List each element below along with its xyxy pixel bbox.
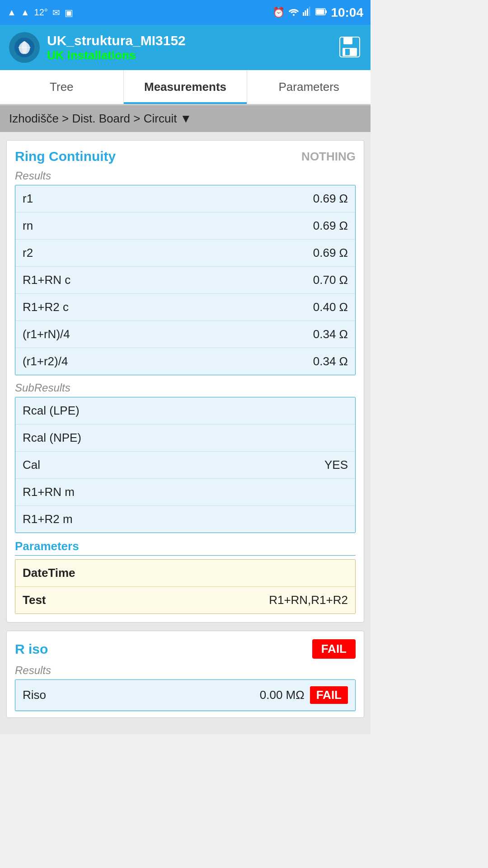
table-row[interactable]: rn 0.69 Ω [15, 212, 355, 240]
parameters-table: DateTime Test R1+RN,R1+R2 [15, 559, 356, 614]
riso-fail-badge: FAIL [310, 686, 348, 704]
row-label-r1r2m: R1+R2 m [23, 512, 73, 526]
status-bar-left: ▲ ▲ 12° ✉ ▣ [7, 7, 73, 18]
table-row[interactable]: r1 0.69 Ω [15, 185, 355, 212]
param-label-datetime: DateTime [23, 566, 75, 580]
riso-results-table: Riso 0.00 MΩ FAIL [15, 679, 356, 711]
table-row[interactable]: (r1+r2)/4 0.34 Ω [15, 348, 355, 375]
table-row[interactable]: R1+RN m [15, 479, 355, 506]
tab-measurements[interactable]: Measurements [124, 70, 248, 104]
row-value-cal: YES [324, 458, 348, 472]
tab-parameters[interactable]: Parameters [247, 70, 371, 104]
svg-rect-2 [305, 10, 306, 16]
app-title: UK_struktura_MI3152 [47, 33, 186, 48]
param-label-test: Test [23, 593, 46, 607]
app-header: UK_struktura_MI3152 UK installations [0, 25, 371, 70]
table-row[interactable]: R1+R2 m [15, 506, 355, 533]
row-label-r1rnc: R1+RN c [23, 273, 70, 287]
signal-icon [303, 7, 312, 19]
table-row[interactable]: Rcal (LPE) [15, 397, 355, 425]
param-value-test: R1+RN,R1+R2 [269, 593, 348, 607]
row-label-r2: r2 [23, 246, 33, 260]
row-value-r1: 0.69 Ω [313, 192, 348, 206]
tab-bar: Tree Measurements Parameters [0, 70, 371, 105]
svg-rect-7 [316, 9, 324, 14]
row-value-rn: 0.69 Ω [313, 219, 348, 233]
row-label-r1: r1 [23, 192, 33, 206]
row-label-r1r24: (r1+r2)/4 [23, 354, 68, 368]
results-label: Results [15, 170, 356, 182]
row-value-r1rnc: 0.70 Ω [313, 273, 348, 287]
ring-continuity-header: Ring Continuity NOTHING [15, 149, 356, 164]
table-row[interactable]: R1+RN c 0.70 Ω [15, 267, 355, 294]
status-temp: 12° [34, 7, 48, 18]
svg-rect-1 [303, 12, 304, 16]
status-bar: ▲ ▲ 12° ✉ ▣ ⏰ [0, 0, 371, 25]
main-content: Ring Continuity NOTHING Results r1 0.69 … [0, 132, 371, 734]
table-row[interactable]: Test R1+RN,R1+R2 [15, 587, 355, 613]
row-value-r2: 0.69 Ω [313, 246, 348, 260]
svg-rect-12 [343, 37, 352, 44]
riso-results-label: Results [15, 664, 356, 677]
svg-rect-6 [325, 10, 327, 13]
row-value-riso: 0.00 MΩ [260, 688, 305, 702]
battery-icon [315, 7, 327, 19]
time-display: 10:04 [331, 5, 363, 20]
app-title-block: UK_struktura_MI3152 UK installations [47, 33, 186, 62]
tab-tree[interactable]: Tree [0, 70, 124, 104]
ring-continuity-card: Ring Continuity NOTHING Results r1 0.69 … [6, 140, 364, 623]
row-value-r1rn4: 0.34 Ω [313, 327, 348, 341]
table-row[interactable]: DateTime [15, 560, 355, 587]
breadcrumb-text: Izhodišče > Dist. Board > Circuit ▼ [9, 112, 192, 126]
status-image-icon: ▣ [65, 7, 73, 18]
r-iso-status: FAIL [312, 639, 356, 659]
row-label-rn: rn [23, 219, 33, 233]
r-iso-header: R iso FAIL [15, 639, 356, 659]
row-value-r1r24: 0.34 Ω [313, 354, 348, 368]
alarm-icon: ⏰ [272, 7, 285, 19]
status-icon-1: ▲ [7, 7, 16, 18]
results-table: r1 0.69 Ω rn 0.69 Ω r2 0.69 Ω R1+RN c 0.… [15, 185, 356, 375]
app-logo [9, 32, 40, 63]
ring-continuity-title: Ring Continuity [15, 149, 116, 164]
status-icon-2: ▲ [21, 7, 30, 18]
parameters-section-title: Parameters [15, 539, 356, 556]
svg-rect-14 [345, 49, 350, 55]
wifi-icon [288, 7, 299, 19]
row-value-r1r2c: 0.40 Ω [313, 300, 348, 314]
r-iso-card: R iso FAIL Results Riso 0.00 MΩ FAIL [6, 631, 364, 718]
table-row[interactable]: Cal YES [15, 452, 355, 479]
row-label-rcal-lpe: Rcal (LPE) [23, 404, 80, 418]
row-label-rcal-npe: Rcal (NPE) [23, 431, 81, 445]
row-label-r1rnm: R1+RN m [23, 485, 75, 499]
save-button[interactable] [338, 35, 361, 60]
ring-continuity-status: NOTHING [301, 150, 356, 164]
app-subtitle: UK installations [47, 48, 186, 62]
breadcrumb[interactable]: Izhodišče > Dist. Board > Circuit ▼ [0, 105, 371, 132]
svg-rect-3 [307, 9, 308, 16]
svg-point-0 [293, 14, 295, 16]
subresults-label: SubResults [15, 382, 356, 394]
row-label-r1rn4: (r1+rN)/4 [23, 327, 70, 341]
svg-rect-4 [309, 7, 310, 16]
subresults-table: Rcal (LPE) Rcal (NPE) Cal YES R1+RN m R1… [15, 397, 356, 533]
table-row[interactable]: (r1+rN)/4 0.34 Ω [15, 321, 355, 348]
table-row[interactable]: Rcal (NPE) [15, 425, 355, 452]
row-label-riso: Riso [23, 688, 46, 702]
r-iso-title: R iso [15, 642, 48, 657]
app-header-left: UK_struktura_MI3152 UK installations [9, 32, 186, 63]
status-bar-right: ⏰ 10:04 [272, 5, 363, 20]
row-label-r1r2c: R1+R2 c [23, 300, 69, 314]
table-row[interactable]: r2 0.69 Ω [15, 240, 355, 267]
row-label-cal: Cal [23, 458, 40, 472]
status-email-icon: ✉ [52, 7, 60, 18]
table-row[interactable]: Riso 0.00 MΩ FAIL [15, 680, 355, 711]
table-row[interactable]: R1+R2 c 0.40 Ω [15, 294, 355, 321]
